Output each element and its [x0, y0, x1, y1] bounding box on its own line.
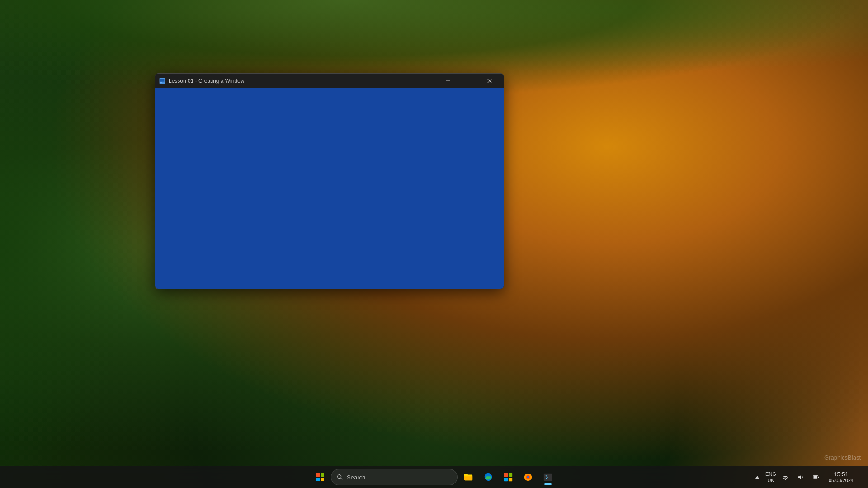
- show-hidden-icons-button[interactable]: [752, 469, 763, 485]
- taskbar-file-explorer[interactable]: [459, 468, 477, 486]
- svg-rect-10: [321, 478, 324, 481]
- svg-rect-14: [509, 473, 512, 477]
- window-controls: [438, 74, 500, 88]
- taskbar: Search: [0, 466, 868, 488]
- svg-rect-8: [321, 473, 324, 477]
- battery-icon[interactable]: [809, 469, 823, 485]
- svg-rect-25: [814, 476, 817, 478]
- window-content: [155, 88, 504, 289]
- leaves-overlay-left: [0, 0, 136, 488]
- svg-rect-4: [467, 79, 471, 83]
- taskbar-edge[interactable]: [479, 468, 497, 486]
- taskbar-terminal[interactable]: [539, 468, 557, 486]
- svg-rect-24: [818, 477, 819, 478]
- maximize-button[interactable]: [458, 74, 479, 88]
- clock-time: 15:51: [834, 471, 849, 478]
- search-label: Search: [347, 474, 365, 481]
- svg-rect-1: [160, 79, 165, 82]
- start-button[interactable]: [311, 468, 329, 486]
- search-bar[interactable]: Search: [331, 469, 458, 485]
- taskbar-firefox[interactable]: [519, 468, 537, 486]
- window-app-icon: [159, 77, 166, 84]
- taskbar-center: Search: [311, 468, 557, 486]
- taskbar-microsoft-store[interactable]: [499, 468, 517, 486]
- window-title: Lesson 01 - Creating a Window: [169, 78, 438, 84]
- clock-date: 05/03/2024: [829, 478, 854, 483]
- svg-line-12: [341, 478, 343, 480]
- app-window: Lesson 01 - Creating a Window: [155, 73, 504, 289]
- minimize-button[interactable]: [438, 74, 458, 88]
- svg-rect-2: [160, 82, 162, 83]
- wifi-icon[interactable]: [778, 469, 793, 485]
- close-button[interactable]: [479, 74, 500, 88]
- volume-icon[interactable]: [793, 469, 808, 485]
- svg-point-19: [527, 476, 529, 479]
- desktop: Lesson 01 - Creating a Window: [0, 0, 868, 488]
- svg-marker-22: [755, 476, 759, 479]
- svg-rect-9: [316, 478, 320, 481]
- window-titlebar: Lesson 01 - Creating a Window: [155, 74, 504, 88]
- svg-rect-13: [504, 473, 508, 477]
- watermark: GraphicsBlast: [824, 454, 861, 461]
- clock-area[interactable]: 15:51 05/03/2024: [825, 466, 857, 488]
- svg-point-11: [338, 475, 341, 479]
- svg-rect-3: [446, 81, 450, 81]
- search-icon: [337, 474, 343, 480]
- language-indicator[interactable]: ENG UK: [764, 469, 777, 485]
- show-desktop-button[interactable]: [859, 466, 864, 488]
- svg-rect-7: [316, 473, 320, 477]
- system-tray: ENG UK: [752, 466, 864, 488]
- svg-rect-16: [509, 478, 512, 481]
- svg-rect-15: [504, 478, 508, 481]
- tray-icons: ENG UK: [764, 469, 823, 485]
